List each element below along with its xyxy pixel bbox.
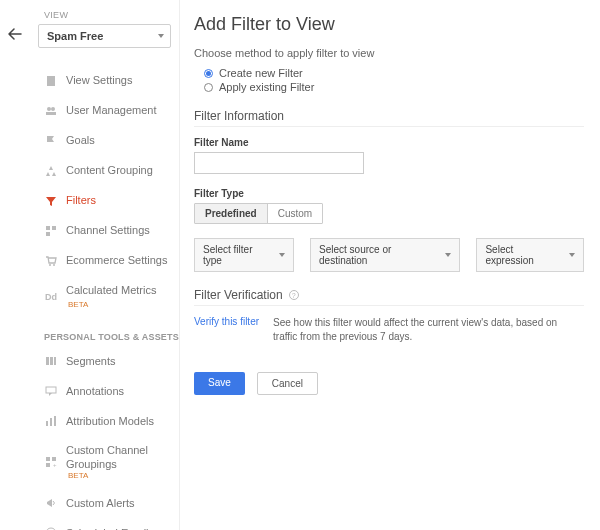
channel-icon — [44, 224, 58, 238]
sidebar-item-label: View Settings — [66, 74, 132, 87]
svg-point-7 — [49, 264, 51, 266]
help-icon[interactable]: ? — [289, 290, 299, 300]
page-title: Add Filter to View — [194, 14, 584, 35]
seg-custom[interactable]: Custom — [267, 204, 322, 223]
back-button[interactable] — [8, 28, 22, 40]
svg-rect-0 — [47, 76, 55, 86]
sidebar-item-label: Custom Alerts — [66, 497, 134, 510]
svg-rect-3 — [46, 112, 56, 115]
radio-label: Apply existing Filter — [219, 81, 314, 93]
svg-rect-11 — [54, 357, 56, 365]
filter-name-label: Filter Name — [194, 137, 584, 148]
sidebar-item-segments[interactable]: Segments — [30, 346, 179, 376]
svg-rect-13 — [46, 421, 48, 426]
svg-text:+: + — [53, 462, 57, 468]
sidebar-item-user-management[interactable]: User Management — [30, 96, 179, 126]
sidebar-item-label: Segments — [66, 355, 116, 368]
filter-verification-header: Filter Verification ? — [194, 288, 584, 306]
sidebar-item-label: Annotations — [66, 385, 124, 398]
grouping-icon — [44, 164, 58, 178]
custom-channel-icon: + — [44, 455, 58, 469]
segments-icon — [44, 354, 58, 368]
svg-point-8 — [53, 264, 55, 266]
clock-icon — [44, 526, 58, 530]
dropdown-source-destination[interactable]: Select source or destination — [310, 238, 460, 272]
flag-icon — [44, 134, 58, 148]
sidebar-item-scheduled-emails[interactable]: Scheduled Emails — [30, 518, 179, 530]
filter-information-header: Filter Information — [194, 109, 584, 127]
filter-name-input[interactable] — [194, 152, 364, 174]
calc-icon: Dd — [44, 290, 58, 304]
beta-badge: BETA — [68, 471, 179, 481]
radio-label: Create new Filter — [219, 67, 303, 79]
sidebar-item-channel-settings[interactable]: Channel Settings — [30, 216, 179, 246]
sidebar-item-goals[interactable]: Goals — [30, 126, 179, 156]
sidebar-item-view-settings[interactable]: View Settings — [30, 66, 179, 96]
sidebar-item-label: Channel Settings — [66, 224, 150, 237]
people-icon — [44, 104, 58, 118]
verify-description: See how this filter would affect the cur… — [273, 316, 584, 344]
sidebar-item-annotations[interactable]: Annotations — [30, 376, 179, 406]
chevron-down-icon — [158, 34, 164, 38]
sidebar-item-ecommerce-settings[interactable]: Ecommerce Settings — [30, 246, 179, 276]
sidebar-item-calculated-metrics[interactable]: Dd Calculated Metrics BETA — [30, 276, 179, 318]
view-label: VIEW — [44, 10, 179, 20]
radio-apply-existing-filter[interactable]: Apply existing Filter — [204, 81, 584, 93]
sidebar-item-label: Content Grouping — [66, 164, 153, 177]
svg-rect-10 — [50, 357, 53, 365]
sidebar-section-header: PERSONAL TOOLS & ASSETS — [44, 332, 179, 342]
svg-rect-15 — [54, 416, 56, 426]
svg-rect-18 — [46, 463, 50, 467]
sidebar-item-label: Filters — [66, 194, 96, 207]
megaphone-icon — [44, 496, 58, 510]
sidebar-item-label: Ecommerce Settings — [66, 254, 167, 267]
annotation-icon — [44, 384, 58, 398]
svg-rect-17 — [52, 457, 56, 461]
dropdown-label: Select filter type — [203, 244, 271, 266]
svg-rect-4 — [46, 226, 50, 230]
radio-icon — [204, 69, 213, 78]
filter-type-segmented: Predefined Custom — [194, 203, 323, 224]
radio-create-new-filter[interactable]: Create new Filter — [204, 67, 584, 79]
dropdown-expression[interactable]: Select expression — [476, 238, 584, 272]
sidebar-item-label: Custom Channel Groupings — [66, 444, 179, 470]
document-icon — [44, 74, 58, 88]
sidebar-item-label: Attribution Models — [66, 415, 154, 428]
filter-icon — [44, 194, 58, 208]
sidebar-item-custom-channel-groupings[interactable]: + Custom Channel Groupings BETA — [30, 436, 179, 488]
svg-point-1 — [47, 107, 51, 111]
view-select[interactable]: Spam Free — [38, 24, 171, 48]
dropdown-filter-type[interactable]: Select filter type — [194, 238, 294, 272]
svg-rect-9 — [46, 357, 49, 365]
chevron-down-icon — [569, 253, 575, 257]
svg-rect-5 — [52, 226, 56, 230]
save-button[interactable]: Save — [194, 372, 245, 395]
svg-rect-12 — [46, 387, 56, 393]
filter-type-label: Filter Type — [194, 188, 584, 199]
dropdown-label: Select source or destination — [319, 244, 437, 266]
verify-filter-link[interactable]: Verify this filter — [194, 316, 259, 344]
sidebar-item-label: User Management — [66, 104, 157, 117]
sidebar-item-content-grouping[interactable]: Content Grouping — [30, 156, 179, 186]
svg-rect-14 — [50, 418, 52, 426]
sidebar-item-custom-alerts[interactable]: Custom Alerts — [30, 488, 179, 518]
sidebar-item-label: Calculated Metrics — [66, 284, 156, 296]
main-content: Add Filter to View Choose method to appl… — [180, 0, 600, 530]
svg-rect-6 — [46, 232, 50, 236]
cart-icon — [44, 254, 58, 268]
sidebar-item-attribution-models[interactable]: Attribution Models — [30, 406, 179, 436]
barchart-icon — [44, 414, 58, 428]
dropdown-label: Select expression — [485, 244, 561, 266]
sidebar: VIEW Spam Free View Settings User Manage… — [30, 0, 180, 530]
beta-badge: BETA — [68, 300, 88, 309]
view-select-value: Spam Free — [47, 30, 103, 42]
radio-icon — [204, 83, 213, 92]
chevron-down-icon — [279, 253, 285, 257]
seg-predefined[interactable]: Predefined — [195, 204, 267, 223]
sidebar-item-filters[interactable]: Filters — [30, 186, 179, 216]
svg-point-2 — [51, 107, 55, 111]
cancel-button[interactable]: Cancel — [257, 372, 318, 395]
svg-rect-16 — [46, 457, 50, 461]
sidebar-item-label: Goals — [66, 134, 95, 147]
choose-method-label: Choose method to apply filter to view — [194, 47, 584, 59]
